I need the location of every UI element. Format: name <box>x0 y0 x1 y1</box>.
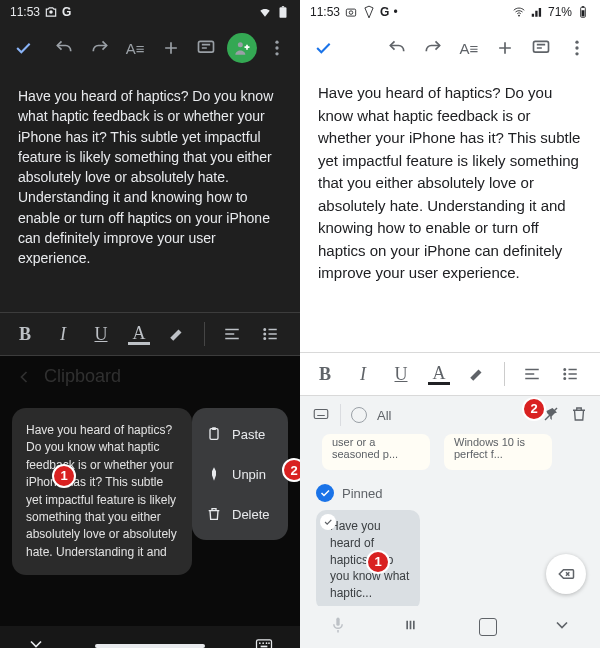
select-all-circle[interactable] <box>351 407 367 423</box>
all-label[interactable]: All <box>377 408 391 423</box>
svg-point-27 <box>575 46 578 49</box>
signal-icon <box>530 5 544 19</box>
redo-button[interactable] <box>85 33 115 63</box>
text-format-button[interactable]: A≡ <box>454 33 484 63</box>
clip-item[interactable]: Windows 10 is perfect f... <box>444 434 552 470</box>
svg-point-15 <box>262 642 264 644</box>
annotation-badge-1: 1 <box>52 464 76 488</box>
align-button[interactable] <box>221 325 243 343</box>
underline-button[interactable]: U <box>390 364 412 385</box>
insert-button[interactable] <box>156 33 186 63</box>
svg-point-5 <box>276 41 279 44</box>
svg-point-10 <box>264 338 266 340</box>
delete-item[interactable]: Delete <box>192 494 288 534</box>
svg-rect-24 <box>582 10 585 16</box>
clipboard-panel: Clipboard Have you heard of haptics? Do … <box>0 356 300 648</box>
right-phone: 11:53 G • 71% A≡ Have you h <box>300 0 600 648</box>
svg-rect-25 <box>534 41 549 52</box>
document-body[interactable]: Have you heard of haptics? Do you know w… <box>300 72 600 295</box>
bullet-icon: • <box>393 5 397 19</box>
more-button[interactable] <box>263 33 293 63</box>
share-button[interactable] <box>227 33 257 63</box>
keyboard-toggle-icon[interactable] <box>312 405 330 426</box>
check-icon <box>320 514 336 530</box>
collapse-icon[interactable] <box>26 634 46 648</box>
backspace-fab[interactable] <box>546 554 586 594</box>
bold-button[interactable]: B <box>14 324 36 345</box>
svg-rect-3 <box>199 41 214 52</box>
done-button[interactable] <box>308 33 338 63</box>
mic-icon[interactable] <box>328 615 348 639</box>
svg-point-16 <box>266 642 268 644</box>
clip-item[interactable]: user or a seasoned p... <box>322 434 430 470</box>
unpin-item[interactable]: Unpin 2 <box>192 454 288 494</box>
list-button[interactable] <box>559 365 581 383</box>
svg-rect-19 <box>346 9 355 16</box>
bold-button[interactable]: B <box>314 364 336 385</box>
editor-toolbar: A≡ <box>0 24 300 72</box>
svg-point-8 <box>264 329 266 331</box>
svg-point-20 <box>349 11 353 14</box>
highlight-button[interactable] <box>166 325 188 343</box>
redo-button[interactable] <box>418 33 448 63</box>
clipboard-toolbar: All 2 <box>300 396 600 434</box>
svg-rect-11 <box>210 429 218 440</box>
editor-toolbar: A≡ <box>300 24 600 72</box>
underline-button[interactable]: U <box>90 324 112 345</box>
more-button[interactable] <box>562 33 592 63</box>
svg-point-30 <box>564 373 566 375</box>
home-button[interactable] <box>479 618 497 636</box>
align-button[interactable] <box>521 365 543 383</box>
annotation-badge-2: 2 <box>522 397 546 421</box>
nav-bar <box>300 606 600 648</box>
keyboard-icon[interactable] <box>254 634 274 648</box>
pinned-header[interactable]: Pinned <box>300 470 600 510</box>
svg-rect-23 <box>582 6 584 7</box>
back-button[interactable] <box>552 615 572 639</box>
svg-rect-32 <box>314 409 328 418</box>
text-format-button[interactable]: A≡ <box>121 33 151 63</box>
document-body[interactable]: Have you heard of haptics? Do you know w… <box>0 72 300 312</box>
italic-button[interactable]: I <box>352 364 374 385</box>
gesture-bar <box>95 644 205 648</box>
paste-item[interactable]: Paste <box>192 414 288 454</box>
italic-button[interactable]: I <box>52 324 74 345</box>
recent-clips: user or a seasoned p... Windows 10 is pe… <box>300 434 600 470</box>
list-button[interactable] <box>259 325 281 343</box>
highlight-button[interactable] <box>466 365 488 383</box>
wifi-icon <box>512 5 526 19</box>
comment-button[interactable] <box>192 33 222 63</box>
location-icon <box>362 5 376 19</box>
battery-icon <box>276 5 290 19</box>
annotation-badge-2: 2 <box>282 458 300 482</box>
check-icon <box>316 484 334 502</box>
keyboard-footer <box>0 626 300 648</box>
svg-point-6 <box>276 46 279 49</box>
battery-icon <box>576 5 590 19</box>
delete-icon[interactable] <box>570 405 588 426</box>
undo-button[interactable] <box>382 33 412 63</box>
undo-button[interactable] <box>50 33 80 63</box>
text-color-button[interactable]: A <box>128 324 150 345</box>
comment-button[interactable] <box>526 33 556 63</box>
svg-point-26 <box>575 41 578 44</box>
status-time: 11:53 <box>310 5 340 19</box>
google-icon: G <box>380 5 389 19</box>
pin-icon[interactable]: 2 <box>542 405 560 426</box>
battery-text: 71% <box>548 5 572 19</box>
status-time: 11:53 <box>10 5 40 19</box>
svg-point-29 <box>564 369 566 371</box>
format-bar: B I U A <box>300 352 600 396</box>
camera-icon <box>44 5 58 19</box>
recents-button[interactable] <box>403 615 423 639</box>
svg-rect-34 <box>336 618 339 626</box>
separator <box>204 322 205 346</box>
context-menu: Paste Unpin 2 Delete <box>192 408 288 540</box>
clipboard-panel: All 2 user or a seasoned p... Windows 10… <box>300 396 600 648</box>
insert-button[interactable] <box>490 33 520 63</box>
done-button[interactable] <box>8 33 38 63</box>
pinned-clip[interactable]: Have you heard of haptics? Do you know w… <box>316 510 420 610</box>
clipboard-item[interactable]: Have you heard of haptics? Do you know w… <box>12 408 192 575</box>
svg-point-9 <box>264 333 266 335</box>
text-color-button[interactable]: A <box>428 364 450 385</box>
